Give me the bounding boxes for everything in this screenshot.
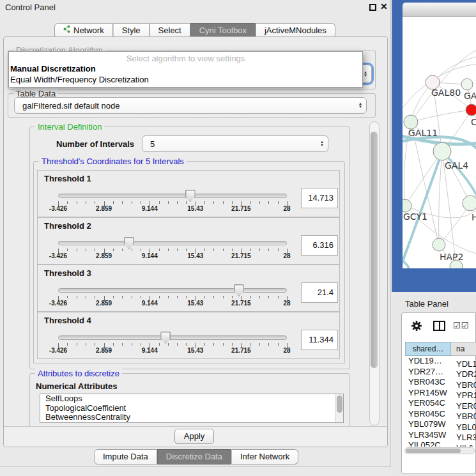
main-vertical-scrollbar[interactable] [369,121,380,426]
slider-tick [250,296,251,298]
slider-tick [213,296,214,298]
float-window-icon[interactable] [369,4,376,11]
threshold-slider-thumb[interactable] [160,332,171,344]
slider-tick [141,201,141,204]
table-row[interactable]: YBL079WYBL0 [405,419,476,430]
tab-infer-network[interactable]: Infer Network [231,449,298,464]
slider-tick-label: 21.715 [231,252,251,259]
threshold-slider-thumb[interactable] [234,284,244,296]
slider-tick [177,249,178,251]
tab-label: Style [122,24,141,38]
slider-tick [159,296,160,298]
network-node-label: HAP2 [440,252,463,262]
table-row[interactable]: YIL052CYIL0 [405,440,476,447]
threshold-slider-thumb[interactable] [124,237,134,249]
table-row[interactable]: YPR145WYPR1 [405,388,476,399]
threshold-label: Threshold 2 [44,221,91,231]
slider-tick [132,343,132,346]
attribute-item-selfloops[interactable]: SelfLoops [40,394,343,404]
slider-tick [122,296,123,298]
threshold-label: Threshold 1 [44,174,91,183]
table-row[interactable]: YDL19…YDL1 [405,356,476,367]
table-row[interactable]: YDR27…YDR2 [405,367,476,378]
network-edge[interactable] [411,110,472,122]
network-edge[interactable] [439,151,442,245]
slider-tick [268,296,269,298]
slider-tick [113,343,114,346]
close-icon[interactable]: ✕ [380,1,388,12]
slider-tick [259,249,260,251]
threshold-slider-track[interactable] [58,288,287,293]
select-columns-checkboxes-icon[interactable]: ☑☑ [453,321,469,330]
slider-tick-label: -3.426 [49,252,67,259]
attribute-item-topologicalcoefficient[interactable]: TopologicalCoefficient [40,404,343,413]
network-window-titlebar[interactable] [403,3,476,17]
slider-tick [95,201,95,204]
slider-tick-label: 21.715 [231,205,251,212]
slider-tick-label: 15.43 [187,205,203,212]
control-panel-window: Control Panel ✕ NetworkStyleSelectCyni T… [0,0,391,467]
table-row[interactable]: YLR345WYLR3 [405,430,476,441]
slider-tick [278,249,279,251]
slider-tick [95,296,95,298]
threshold-slider-track[interactable] [58,241,287,245]
slider-tick [268,249,269,251]
network-node-ga[interactable] [461,79,473,90]
slider-tick [168,201,169,204]
table-row[interactable]: YBR045CYBR0 [405,409,476,420]
threshold-value-field[interactable]: 11.344 [301,330,338,350]
column-header-shared-name[interactable]: shared… [405,342,451,356]
threshold-value-field[interactable]: 21.4 [301,282,338,303]
threshold-panel-4: Threshold 4-3.4262.8599.14415.4321.71528… [37,312,340,359]
threshold-value-field[interactable]: 6.316 [301,235,338,256]
tab-discretize-data[interactable]: Discretize Data [157,449,231,464]
table-row[interactable]: YER054CYER0 [405,398,476,409]
attributes-scrollbar-thumb[interactable] [337,395,342,413]
attributes-scrollbar[interactable] [335,394,343,422]
slider-tick [177,201,178,204]
network-node-gal11[interactable] [404,115,418,129]
table-data-combobox[interactable]: galFiltered.sif default node ▲▼ [14,97,367,114]
num-intervals-combobox[interactable]: 5 ▲▼ [142,135,328,152]
network-canvas[interactable]: GAL80GACGAL11GAL4GCY1HHAP2 [403,17,476,268]
main-scrollbar-thumb[interactable] [371,132,378,368]
network-node-h[interactable] [463,196,476,211]
threshold-slider-track[interactable] [58,194,287,198]
algorithm-option-equal-width-frequency-discretization[interactable]: Equal Width/Frequency Discretization [9,74,362,85]
tab-impute-data[interactable]: Impute Data [94,449,157,464]
tab-label: Network [73,24,104,38]
slider-tick [259,201,260,204]
threshold-slider-track[interactable] [58,335,287,340]
threshold-slider-thumb[interactable] [185,190,196,202]
slider-tick [213,343,214,346]
window-title: Control Panel [5,3,56,12]
network-node-gcy1[interactable] [403,199,411,212]
network-node-hap2[interactable] [433,238,445,251]
cell-shared-name: YDL19… [405,356,451,367]
slider-tick [86,343,86,346]
slider-tick-label: 2.859 [96,347,112,354]
attribute-item-betweennesscentrality[interactable]: BetweennessCentrality [40,413,343,422]
slider-tick [132,296,132,298]
apply-button[interactable]: Apply [174,429,214,444]
network-node-c[interactable] [466,104,476,116]
slider-tick [122,343,123,346]
table-hscrollbar-thumb[interactable] [406,449,461,453]
algorithm-option-manual-discretization[interactable]: Manual Discretization [9,63,362,74]
algorithm-popup-items: Manual DiscretizationEqual Width/Frequen… [9,63,362,85]
network-node-label: GAL11 [408,128,438,138]
threshold-value-field[interactable]: 14.713 [301,188,338,208]
network-node-gal4[interactable] [433,142,451,160]
slider-tick [132,201,132,204]
table-row[interactable]: YBR043CYBR0 [405,377,476,388]
slider-tick [113,296,114,298]
slider-tick-label: 9.144 [142,205,158,212]
slider-tick [186,343,187,346]
num-intervals-value: 5 [142,139,316,149]
split-columns-icon[interactable] [433,321,445,331]
slider-tick-label: 21.715 [231,300,251,307]
table-horizontal-scrollbar[interactable] [404,447,475,454]
gear-icon[interactable] [411,320,422,332]
column-header-name[interactable]: na [451,342,476,356]
tab-label: Infer Network [240,450,289,464]
